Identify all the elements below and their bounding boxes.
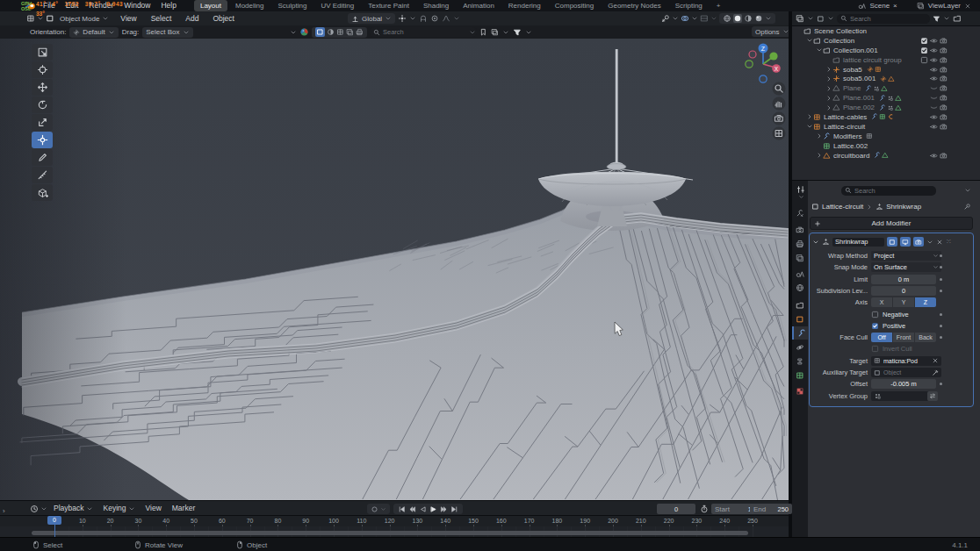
tool-cursor[interactable]	[32, 61, 53, 78]
snap-chevron-icon[interactable]	[409, 15, 416, 22]
add-modifier-button[interactable]: Add Modifier	[810, 217, 973, 230]
expand-right-icon[interactable]	[825, 66, 832, 73]
outliner-row-plane[interactable]: Plane	[792, 83, 980, 93]
shading-material-icon[interactable]	[744, 14, 753, 23]
start-frame-field[interactable]: Start1	[711, 504, 755, 514]
properties-editor-selector[interactable]	[794, 185, 808, 203]
timeline-editor-selector[interactable]	[30, 504, 47, 513]
close-icon[interactable]	[936, 239, 943, 246]
camera-icon[interactable]	[940, 75, 948, 82]
view-layer-unlink-icon[interactable]	[964, 3, 971, 10]
drag-handle[interactable]: ⁙	[946, 238, 952, 246]
eye-closed-icon[interactable]	[930, 84, 938, 92]
view-layer-selector[interactable]: ViewLayer	[928, 2, 961, 10]
display-mode-4-icon[interactable]	[346, 28, 354, 36]
outliner-row-collection-001[interactable]: Collection.001	[792, 46, 980, 55]
camera-icon[interactable]	[940, 94, 948, 102]
bookmark-icon[interactable]	[479, 28, 487, 36]
outliner-row-lattice-cables[interactable]: Lattice-cables	[792, 112, 980, 122]
timeline-menu-marker[interactable]: Marker	[168, 503, 199, 514]
expand-right-icon[interactable]	[806, 113, 813, 120]
outliner-row-collection[interactable]: Collection	[792, 36, 980, 46]
timeline-scrollbar[interactable]	[32, 531, 748, 535]
next-keyframe-button[interactable]	[439, 504, 449, 514]
shading-wireframe-icon[interactable]	[723, 14, 731, 23]
animate-dot[interactable]	[940, 266, 942, 268]
eye-closed-icon[interactable]	[930, 94, 938, 102]
animate-dot[interactable]	[940, 278, 942, 281]
shading-solid-icon[interactable]	[733, 14, 742, 23]
shading-rendered-icon[interactable]	[754, 14, 763, 23]
scene-selector[interactable]: Scene	[869, 2, 890, 10]
prop-control[interactable]: maticna:Pod	[871, 356, 941, 366]
xray-chevron-icon[interactable]	[710, 15, 717, 22]
gizmos-toggle-icon[interactable]	[661, 14, 670, 23]
tool-scale[interactable]	[32, 114, 53, 131]
menu-render[interactable]: Render	[83, 0, 119, 11]
modifier-name-field[interactable]: Shrinkwrap	[832, 238, 884, 247]
object-mode-dropdown[interactable]: Object Mode	[56, 13, 112, 24]
viewport-menu-view[interactable]: View	[114, 13, 142, 25]
tool-add-cube[interactable]	[32, 184, 53, 201]
snap-settings-icon[interactable]	[398, 14, 407, 23]
tab-layout[interactable]: Layout	[194, 0, 227, 11]
checkbox-off-icon[interactable]	[920, 56, 928, 64]
properties-tab-modifiers[interactable]	[792, 326, 810, 340]
outliner-row-lattice-circuit-group[interactable]: lattice circuit group	[792, 55, 980, 65]
viewport-menu-select[interactable]: Select	[145, 13, 178, 25]
properties-tab-material[interactable]	[792, 384, 808, 397]
properties-tab-view-layer[interactable]	[792, 251, 808, 264]
menu-file[interactable]: File	[38, 0, 61, 11]
prop-control[interactable]: Object	[871, 368, 941, 377]
timeline-menu-view[interactable]: View	[141, 503, 166, 514]
eye-icon[interactable]	[930, 56, 938, 64]
camera-icon[interactable]	[940, 123, 948, 131]
checkbox-icon[interactable]	[871, 311, 879, 318]
animate-dot[interactable]	[940, 290, 942, 292]
prop-control[interactable]: 0	[871, 286, 936, 296]
outliner-row-scene-collection[interactable]: Scene Collection	[792, 26, 980, 36]
camera-icon[interactable]	[940, 84, 948, 92]
play-reverse-button[interactable]	[418, 504, 428, 514]
new-collection-icon[interactable]	[953, 14, 962, 23]
collapse-chevron-icon[interactable]	[812, 239, 819, 246]
play-button[interactable]	[429, 504, 438, 514]
prop-control[interactable]: Invert Cull	[871, 344, 936, 354]
tab-shading[interactable]: Shading	[417, 0, 455, 11]
eye-icon[interactable]	[930, 37, 938, 45]
transform-orientation-dropdown[interactable]: Global	[348, 13, 395, 24]
expand-right-icon[interactable]	[825, 104, 832, 111]
tab-animation[interactable]: Animation	[457, 0, 501, 11]
outliner-row-lattice-002[interactable]: Lattice.002	[792, 141, 980, 151]
eyedropper-icon[interactable]	[932, 369, 939, 376]
segment-back[interactable]: Back	[915, 333, 936, 342]
chevron-down-icon[interactable]	[453, 15, 460, 22]
properties-tab-constraints[interactable]	[792, 354, 808, 368]
material-preview-ball-icon[interactable]	[299, 27, 309, 37]
prop-control[interactable]: Positive	[871, 321, 936, 331]
outliner-row-circuitboard[interactable]: circuitboard	[792, 151, 980, 161]
properties-tab-render[interactable]	[792, 223, 808, 236]
outliner-row-plane-002[interactable]: Plane.002	[792, 103, 980, 112]
tab-modeling[interactable]: Modeling	[229, 0, 270, 11]
properties-tab-tool[interactable]	[792, 206, 808, 219]
tab-uv-editing[interactable]: UV Editing	[314, 0, 360, 11]
viewport-menu-object[interactable]: Object	[206, 13, 241, 25]
clear-icon[interactable]	[932, 357, 939, 364]
camera-icon[interactable]	[940, 152, 948, 160]
properties-tab-scene[interactable]	[792, 267, 808, 280]
current-frame-field[interactable]: 0	[657, 504, 695, 514]
segment-off[interactable]: Off	[871, 333, 892, 342]
prop-control[interactable]: Negative	[871, 310, 936, 319]
animate-dot[interactable]	[940, 325, 942, 327]
shading-chevron-icon[interactable]	[765, 15, 772, 22]
render-toggle[interactable]	[913, 237, 924, 247]
segment-front[interactable]: Front	[893, 333, 914, 342]
editor-type-icon[interactable]	[26, 14, 35, 23]
eye-closed-icon[interactable]	[930, 104, 938, 111]
tool-move[interactable]	[32, 79, 53, 96]
timeline-ruler[interactable]: 0102030405060708090100110120130140150160…	[0, 515, 789, 527]
overlays-chevron-icon[interactable]	[691, 15, 698, 22]
end-frame-field[interactable]: End250	[750, 504, 792, 514]
viewport-3d[interactable]: Z X	[0, 39, 789, 500]
